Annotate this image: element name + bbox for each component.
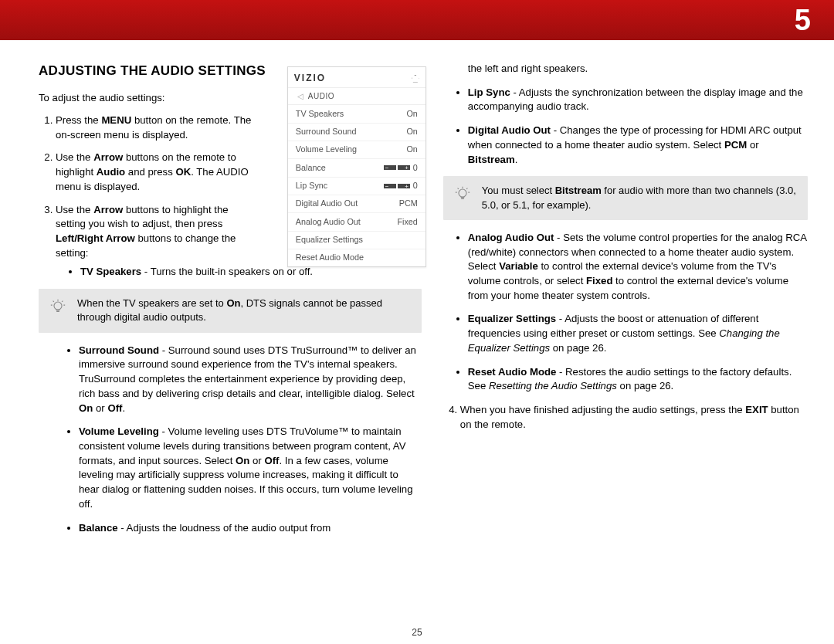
lightbulb-icon: [49, 298, 70, 320]
bullet-volume-leveling: Volume Leveling - Volume leveling uses D…: [79, 425, 422, 511]
tip-text: You must select Bitstream for audio with…: [482, 184, 797, 212]
page-number: 25: [0, 627, 834, 638]
home-icon: [412, 75, 419, 83]
bullet-analog-audio-out: Analog Audio Out - Sets the volume contr…: [468, 231, 808, 303]
bullet-lip-sync: Lip Sync - Adjusts the synchronization b…: [468, 86, 808, 114]
menu-row-label: TV Speakers: [296, 108, 344, 120]
audio-menu-mock: VIZIO ◁ AUDIO TV SpeakersOn Surround Sou…: [287, 66, 426, 267]
menu-crumb: AUDIO: [308, 91, 334, 102]
balance-continuation: the left and right speakers.: [443, 62, 808, 76]
menu-row-label: Balance: [296, 162, 326, 174]
tip-box-2: You must select Bitstream for audio with…: [443, 176, 808, 219]
menu-row-value: Fixed: [397, 216, 417, 228]
bullet-digital-audio-out: Digital Audio Out - Changes the type of …: [468, 124, 808, 167]
tip-text: When the TV speakers are set to On, DTS …: [77, 297, 411, 324]
menu-row-value: On: [406, 108, 417, 120]
page-body: VIZIO ◁ AUDIO TV SpeakersOn Surround Sou…: [0, 40, 834, 636]
menu-row-label: Analog Audio Out: [296, 216, 361, 228]
chapter-number: 5: [795, 4, 811, 37]
lightbulb-icon: [454, 185, 474, 207]
bullet-balance: Balance - Adjusts the loudness of the au…: [79, 521, 422, 536]
menu-row-value: On: [406, 144, 417, 155]
menu-row-label: Surround Sound: [296, 126, 357, 137]
chapter-bar: 5: [0, 0, 834, 40]
menu-slider: 0: [384, 180, 418, 192]
menu-row-value: PCM: [399, 198, 418, 209]
right-column: the left and right speakers. Lip Sync - …: [443, 62, 808, 629]
back-icon: ◁: [297, 91, 303, 102]
menu-row-label: Digital Audio Out: [296, 198, 358, 209]
menu-row-label: Equalizer Settings: [296, 234, 363, 246]
svg-point-0: [54, 302, 62, 310]
bullet-equalizer: Equalizer Settings - Adjusts the boost o…: [468, 312, 808, 355]
bullets-right-2: Analog Audio Out - Sets the volume contr…: [443, 231, 808, 394]
bullets-continued: Surround Sound - Surround sound uses DTS…: [39, 344, 422, 536]
bullet-surround: Surround Sound - Surround sound uses DTS…: [79, 344, 422, 416]
menu-slider: 0: [384, 162, 418, 174]
menu-row-value: On: [406, 126, 417, 137]
steps-list-cont: When you have finished adjusting the aud…: [443, 403, 808, 432]
bullet-tv-speakers: TV Speakers - Turns the built-in speaker…: [80, 265, 422, 280]
menu-logo: VIZIO: [294, 72, 326, 85]
menu-row-label: Reset Audio Mode: [296, 252, 364, 263]
svg-point-1: [459, 189, 466, 197]
menu-row-label: Volume Leveling: [296, 144, 357, 155]
tip-box-1: When the TV speakers are set to On, DTS …: [39, 289, 422, 332]
bullets-right-1: Lip Sync - Adjusts the synchronization b…: [443, 86, 808, 168]
step-4: When you have finished adjusting the aud…: [460, 403, 808, 432]
menu-row-label: Lip Sync: [296, 180, 327, 192]
left-column: VIZIO ◁ AUDIO TV SpeakersOn Surround Sou…: [39, 62, 422, 629]
bullet-reset-audio: Reset Audio Mode - Restores the audio se…: [468, 365, 808, 394]
